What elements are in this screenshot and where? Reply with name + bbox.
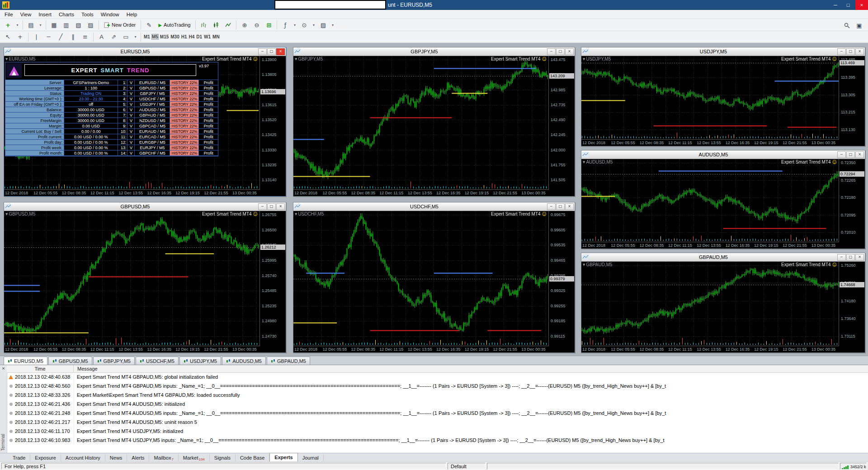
- window-maximize-button[interactable]: □: [842, 0, 854, 10]
- timeframe-w1[interactable]: W1: [203, 34, 211, 40]
- metaeditor-button[interactable]: ✎: [143, 19, 155, 30]
- terminal-log-row[interactable]: 2018.12.13 02:46:21.217Expert Smart Tren…: [7, 418, 868, 427]
- chart-canvas[interactable]: [581, 262, 839, 346]
- bar-chart-mode-button[interactable]: [198, 19, 209, 30]
- vertical-line-tool-button[interactable]: |: [31, 32, 42, 42]
- horizontal-line-tool-button[interactable]: ─: [43, 32, 54, 42]
- chart-restore-button[interactable]: □: [556, 203, 565, 210]
- trendline-tool-button[interactable]: ╱: [55, 32, 66, 42]
- chart-tab-usdchf[interactable]: USDCHF,M5: [136, 357, 179, 365]
- price-axis[interactable]: 1.267551.265001.262451.259951.257401.254…: [259, 211, 286, 346]
- chart-minimize-button[interactable]: ─: [547, 48, 556, 55]
- chart-close-button[interactable]: ×: [855, 254, 864, 261]
- zoom-out-button[interactable]: ⊖: [251, 19, 262, 30]
- chart-close-button[interactable]: ×: [565, 48, 574, 55]
- autotrading-button[interactable]: ▶ AutoTrading: [155, 20, 193, 30]
- new-chart-dropdown[interactable]: ▾: [14, 19, 20, 30]
- timeframe-m5[interactable]: M5: [151, 34, 159, 40]
- chart-window-titlebar[interactable]: GBPJPY,M5 ─ □ ×: [293, 47, 575, 56]
- line-chart-mode-button[interactable]: [222, 19, 234, 30]
- market-watch-button[interactable]: ▦: [48, 19, 60, 30]
- terminal-tab-news[interactable]: News: [105, 454, 127, 461]
- templates-dropdown[interactable]: ▾: [330, 19, 335, 30]
- chart-minimize-button[interactable]: ─: [837, 48, 846, 55]
- new-chart-button[interactable]: +: [2, 19, 14, 30]
- chart-canvas[interactable]: [581, 159, 839, 242]
- menu-item-charts[interactable]: Charts: [55, 10, 78, 19]
- chart-window-titlebar[interactable]: USDJPY,M5 ─ □ ×: [581, 47, 865, 56]
- terminal-tab-signals[interactable]: Signals: [210, 454, 236, 461]
- fibonacci-tool-button[interactable]: ≡: [80, 32, 91, 42]
- terminal-log-row[interactable]: 2018.12.13 02:48:33.326Expert Market\Exp…: [7, 390, 868, 400]
- price-axis[interactable]: 113.485113.395113.305113.215113.130113.4…: [839, 56, 865, 140]
- navigator-button[interactable]: ▧: [73, 19, 84, 30]
- terminal-log-row[interactable]: 2018.12.13 02:46:10.983Expert Smart Tren…: [7, 436, 868, 445]
- profiles-button[interactable]: ▤: [25, 19, 37, 30]
- window-minimize-button[interactable]: ─: [829, 0, 842, 10]
- chart-close-button[interactable]: ×: [276, 48, 285, 55]
- window-titlebar[interactable]: unt - EURUSD,M5 ─ □ ×: [0, 0, 868, 10]
- arrow-tool-button[interactable]: ⇗: [108, 32, 119, 42]
- chart-restore-button[interactable]: □: [846, 48, 855, 55]
- menu-item-view[interactable]: View: [17, 10, 35, 19]
- time-axis[interactable]: 12 Dec 201812 Dec 05:5512 Dec 08:3512 De…: [581, 346, 839, 352]
- chart-restore-button[interactable]: □: [846, 151, 855, 158]
- chat-button[interactable]: ▣: [854, 20, 865, 31]
- chart-restore-button[interactable]: □: [267, 203, 276, 210]
- terminal-tab-mailbox[interactable]: Mailbox7: [149, 454, 178, 461]
- terminal-panel-button[interactable]: ▨: [85, 19, 96, 30]
- crosshair-tool-button[interactable]: +: [14, 32, 26, 42]
- shapes-tool-button[interactable]: ▭: [120, 32, 132, 42]
- terminal-log-row[interactable]: 2018.12.13 02:46:21.248Expert Smart Tren…: [7, 409, 868, 418]
- time-axis[interactable]: 12 Dec 201812 Dec 05:5512 Dec 08:3512 De…: [293, 346, 549, 352]
- timeframe-m30[interactable]: M30: [170, 34, 179, 40]
- chart-tab-usdjpy[interactable]: USDJPY,M5: [179, 357, 221, 365]
- chart-restore-button[interactable]: □: [846, 254, 855, 261]
- chart-canvas[interactable]: [293, 211, 549, 346]
- chart-close-button[interactable]: ×: [855, 48, 864, 55]
- terminal-tab-alerts[interactable]: Alerts: [127, 454, 149, 461]
- terminal-tab-trade[interactable]: Trade: [8, 454, 30, 461]
- terminal-tab-code-base[interactable]: Code Base: [236, 454, 269, 461]
- data-window-button[interactable]: ▥: [61, 19, 72, 30]
- menu-item-insert[interactable]: Insert: [35, 10, 55, 19]
- chart-window-titlebar[interactable]: GBPAUD,M5 ─ □ ×: [581, 253, 865, 262]
- chart-minimize-button[interactable]: ─: [547, 203, 556, 210]
- menu-item-help[interactable]: Help: [123, 10, 141, 19]
- chart-close-button[interactable]: ×: [276, 203, 285, 210]
- time-axis[interactable]: 12 Dec 201812 Dec 05:5512 Dec 08:3512 De…: [581, 242, 839, 249]
- terminal-log-row[interactable]: 2018.12.13 02:48:40.560Expert Smart Tren…: [7, 381, 868, 390]
- candlestick-mode-button[interactable]: [210, 19, 222, 30]
- timeframe-h4[interactable]: H4: [189, 34, 195, 40]
- zoom-in-button[interactable]: ⊕: [239, 19, 250, 30]
- price-axis[interactable]: 143.475143.230142.985142.735142.490142.2…: [548, 56, 575, 190]
- terminal-log-row[interactable]: 2018.12.13 02:46:11.170Expert Smart Tren…: [7, 427, 868, 436]
- profiles-dropdown[interactable]: ▾: [38, 19, 43, 30]
- chart-tab-eurusd[interactable]: EURUSD,M5: [4, 357, 47, 365]
- status-profile[interactable]: Default: [448, 463, 486, 470]
- chart-restore-button[interactable]: □: [267, 48, 276, 55]
- terminal-tab-account-history[interactable]: Account History: [61, 454, 105, 461]
- terminal-tab-exposure[interactable]: Exposure: [30, 454, 61, 461]
- periods-dropdown[interactable]: ▾: [311, 19, 316, 30]
- chart-tab-gbpaud[interactable]: GBPAUD,M5: [267, 357, 310, 365]
- terminal-tab-experts[interactable]: Experts: [269, 453, 297, 461]
- channel-tool-button[interactable]: ∥: [67, 32, 79, 42]
- price-axis[interactable]: 1.752601.747201.741801.736401.731151.746…: [839, 262, 865, 346]
- periods-button[interactable]: ⊙: [298, 19, 310, 30]
- chart-tab-gbpjpy[interactable]: GBPJPY,M5: [93, 357, 135, 365]
- menu-item-file[interactable]: File: [1, 10, 17, 19]
- chart-minimize-button[interactable]: ─: [258, 48, 267, 55]
- price-axis[interactable]: 1.139001.138051.137101.136151.135201.134…: [259, 56, 286, 190]
- timeframe-mn[interactable]: MN: [212, 34, 220, 40]
- shapes-dropdown[interactable]: ▾: [132, 32, 138, 42]
- chart-close-button[interactable]: ×: [565, 203, 574, 210]
- price-axis[interactable]: 0.723500.722650.721800.720950.720100.722…: [839, 159, 865, 242]
- chart-canvas[interactable]: [4, 211, 260, 346]
- menu-item-window[interactable]: Window: [97, 10, 123, 19]
- timeframe-m1[interactable]: M1: [143, 34, 151, 40]
- timeframe-h1[interactable]: H1: [181, 34, 188, 40]
- tile-windows-button[interactable]: ⊞: [263, 19, 274, 30]
- terminal-log-row[interactable]: 2018.12.13 02:48:40.638Expert Smart Tren…: [7, 372, 868, 381]
- price-axis[interactable]: 0.996750.996050.995350.994650.993950.993…: [548, 211, 575, 346]
